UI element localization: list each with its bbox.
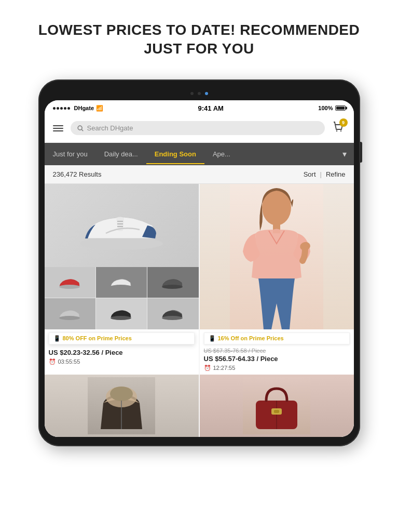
- tablet-notch: [45, 89, 354, 98]
- product-card-fashion[interactable]: 📱 16% Off on Prime Prices US $67.35-76.5…: [200, 184, 354, 375]
- bottom-card-bag[interactable]: [200, 375, 354, 437]
- refine-button[interactable]: Refine: [326, 170, 346, 178]
- results-divider: |: [320, 170, 322, 178]
- phone-icon-1: 📱: [53, 335, 61, 342]
- sneakers-thumbnail-grid: [45, 267, 199, 329]
- product-2-info: 📱 16% Off on Prime Prices US $67.35-76.5…: [200, 332, 354, 375]
- sort-button[interactable]: Sort: [304, 170, 316, 178]
- sneakers-image-area: [45, 184, 199, 329]
- search-bar[interactable]: Search DHgate: [71, 121, 325, 135]
- svg-point-12: [111, 316, 131, 320]
- svg-point-9: [111, 285, 131, 289]
- tablet-screen: DHgate 📶 9:41 AM 100%: [45, 100, 354, 437]
- thumb-1: [45, 267, 95, 298]
- svg-point-8: [59, 285, 80, 289]
- signal-indicator: [53, 107, 70, 110]
- notch-dot-1: [190, 92, 194, 95]
- battery-percent: 100%: [318, 105, 333, 111]
- timer-2: ⏰ 12:27:55: [200, 364, 354, 375]
- thumb-4: [45, 298, 95, 329]
- svg-line-1: [81, 129, 83, 131]
- results-bar: 236,472 Results Sort | Refine: [45, 165, 354, 184]
- nav-dropdown-button[interactable]: ▾: [335, 143, 354, 165]
- bottom-products: [45, 375, 354, 437]
- cart-badge: 9: [339, 118, 348, 127]
- fashion-image: [200, 184, 354, 329]
- status-right: 100%: [318, 105, 345, 111]
- headline-line1: LOWEST PRICES TO DATE! RECOMMENDED: [38, 22, 360, 38]
- thumb-5: [96, 298, 147, 329]
- svg-point-3: [340, 130, 341, 131]
- tablet-shell: DHgate 📶 9:41 AM 100%: [38, 79, 360, 446]
- search-placeholder: Search DHgate: [87, 124, 133, 132]
- svg-point-11: [59, 316, 80, 320]
- page-wrapper: LOWEST PRICES TO DATE! RECOMMENDED JUST …: [0, 0, 398, 532]
- status-bar: DHgate 📶 9:41 AM 100%: [45, 100, 354, 114]
- promo-badge-2: 📱 16% Off on Prime Prices: [204, 332, 350, 344]
- hamburger-menu[interactable]: [51, 123, 65, 134]
- thumb-3: [147, 267, 198, 298]
- products-grid: 📱 80% OFF on Prime Prices US $20.23-32.5…: [45, 184, 354, 375]
- price-original-2: US $67.35-76.58 / Piece: [200, 348, 354, 354]
- wifi-icon: 📶: [96, 105, 103, 112]
- notch-dot-2: [198, 92, 201, 95]
- svg-point-2: [336, 130, 337, 131]
- results-count: 236,472 Results: [53, 170, 102, 178]
- bottom-card-jacket[interactable]: [45, 375, 199, 437]
- headline-line2: JUST FOR YOU: [144, 41, 254, 57]
- tab-ending-soon[interactable]: Ending Soon: [146, 144, 204, 164]
- sneaker-main-image: [45, 184, 199, 267]
- thumb-6: [147, 298, 198, 329]
- svg-rect-26: [274, 410, 279, 413]
- phone-icon-2: 📱: [209, 335, 216, 342]
- product-1-info: 📱 80% OFF on Prime Prices US $20.23-32.5…: [45, 332, 199, 368]
- svg-point-13: [162, 316, 183, 320]
- svg-point-4: [80, 237, 163, 250]
- tab-ape[interactable]: Ape...: [204, 144, 239, 164]
- battery-icon: [335, 105, 346, 111]
- nav-tabs: Just for you Daily dea... Ending Soon Ap…: [45, 143, 354, 165]
- app-header: Search DHgate 9: [45, 114, 354, 143]
- clock-icon-1: ⏰: [49, 358, 56, 365]
- headline: LOWEST PRICES TO DATE! RECOMMENDED JUST …: [7, 21, 391, 59]
- tab-just-for-you[interactable]: Just for you: [45, 144, 96, 164]
- sneaker-svg: [75, 200, 168, 251]
- thumb-2: [96, 267, 147, 298]
- fashion-svg: [230, 184, 323, 329]
- carrier-label: DHgate: [74, 105, 94, 111]
- svg-point-0: [78, 126, 82, 130]
- price-current-2: US $56.57-64.33 / Piece: [200, 354, 354, 364]
- bag-image: [200, 375, 354, 437]
- notch-dot-3: [205, 92, 208, 95]
- cart-button[interactable]: 9: [330, 118, 348, 138]
- jacket-image: [45, 375, 199, 437]
- promo-badge-1: 📱 80% OFF on Prime Prices: [49, 332, 195, 344]
- clock-icon-2: ⏰: [204, 365, 211, 371]
- svg-point-10: [162, 285, 183, 289]
- results-actions: Sort | Refine: [304, 170, 346, 178]
- price-current-1: US $20.23-32.56 / Piece: [45, 348, 199, 357]
- tab-daily-deals[interactable]: Daily dea...: [96, 144, 146, 164]
- status-time: 9:41 AM: [198, 104, 224, 112]
- timer-1: ⏰ 03:55:55: [45, 357, 199, 368]
- battery-fill: [336, 107, 345, 110]
- product-card-sneakers[interactable]: 📱 80% OFF on Prime Prices US $20.23-32.5…: [45, 184, 199, 375]
- svg-point-20: [110, 387, 133, 401]
- status-left: DHgate 📶: [53, 105, 104, 112]
- search-icon: [77, 125, 84, 132]
